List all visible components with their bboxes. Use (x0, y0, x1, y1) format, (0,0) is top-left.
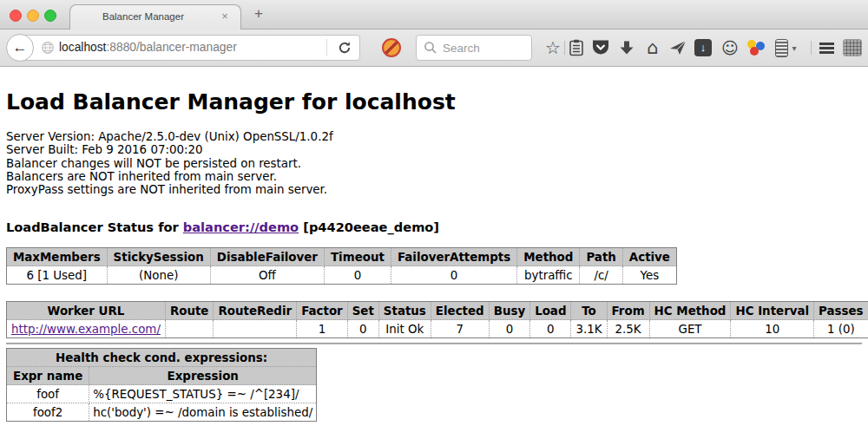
bookmark-star-icon[interactable]: ☆ (542, 37, 563, 58)
table-header-cell: Route (165, 302, 214, 320)
loadbalancer-status-heading: LoadBalancer Status for balancer://demo … (6, 220, 862, 234)
table-header-cell: RouteRedir (214, 302, 297, 320)
table-header-cell: Factor (297, 302, 348, 320)
window-zoom-button[interactable] (44, 10, 56, 22)
health-table-title: Health check cond. expressions: (7, 349, 317, 367)
send-tab-icon[interactable] (667, 37, 688, 58)
bookmarks-list-icon[interactable] (566, 37, 587, 58)
search-icon (424, 41, 437, 58)
table-cell: 7 (431, 320, 489, 338)
table-cell: 1 (0) (814, 320, 868, 338)
table-row: foof2 hc('body') =~ /domain is establish… (7, 403, 317, 422)
pocket-icon[interactable] (590, 37, 611, 58)
info-line-inherit: Balancers are NOT inherited from main se… (6, 170, 862, 183)
url-text[interactable]: localhost:8880/balancer-manager (59, 41, 237, 54)
video-downloadhelper-icon[interactable] (746, 37, 766, 58)
window-close-button[interactable] (10, 10, 22, 22)
table-header-cell: Passes (814, 302, 868, 320)
extension-dropdown-caret-icon[interactable]: ▾ (788, 37, 800, 58)
table-cell: (None) (107, 266, 210, 285)
table-header-cell: To (571, 302, 607, 320)
tab-balancer-manager[interactable]: Balancer Manager × (69, 4, 241, 29)
table-header-cell: Load (530, 302, 571, 320)
table-row: 6 [1 Used] (None) Off 0 0 bytraffic /c/ … (7, 266, 677, 285)
window-minimize-button[interactable] (27, 10, 39, 22)
table-header-cell: Busy (489, 302, 529, 320)
chat-extension-icon[interactable]: ☺ (720, 37, 740, 58)
back-button[interactable]: ← (6, 34, 34, 62)
table-cell: 0 (489, 320, 529, 338)
info-line-proxypass: ProxyPass settings are NOT inherited fro… (6, 183, 862, 196)
browser-window: Balancer Manager × + localhost:8880/bala… (0, 0, 868, 426)
table-header-cell: From (607, 302, 649, 320)
table-cell: GET (649, 320, 731, 338)
menu-icon[interactable] (816, 37, 837, 58)
table-cell: Init Ok (378, 320, 431, 338)
downloads-icon[interactable] (616, 37, 637, 58)
info-line-server-version: Server Version: Apache/2.5.0-dev (Unix) … (6, 130, 862, 143)
health-check-table: Health check cond. expressions: Expr nam… (6, 348, 317, 422)
horizontal-rule (6, 343, 862, 345)
table-header-cell: HC Interval (731, 302, 814, 320)
table-header-cell: Timeout (324, 248, 391, 266)
server-info: Server Version: Apache/2.5.0-dev (Unix) … (6, 130, 862, 196)
table-header-cell: MaxMembers (7, 248, 108, 266)
toolbar-divider (564, 41, 565, 55)
blocked-plugin-icon[interactable] (382, 38, 401, 57)
site-globe-icon (41, 41, 55, 58)
red-ball-icon (750, 47, 759, 56)
expr-name-cell: foof (7, 385, 89, 403)
home-icon[interactable]: ⌂ (642, 37, 663, 58)
table-header-row: MaxMembers StickySession DisableFailover… (7, 248, 677, 266)
table-header-cell: Active (622, 248, 676, 266)
search-input[interactable] (441, 36, 529, 59)
table-row: foof %{REQUEST_STATUS} =~ /^[234]/ (7, 385, 317, 403)
table-cell: 2.5K (607, 320, 649, 338)
urlbar-divider (326, 39, 327, 56)
table-cell: 0 (324, 266, 391, 285)
table-cell: 1 (297, 320, 348, 338)
worker-url-cell: http://www.example.com/ (7, 320, 166, 338)
table-cell: 0 (347, 320, 378, 338)
url-bar[interactable]: localhost:8880/balancer-manager (18, 35, 360, 61)
tab-title: Balancer Manager (70, 11, 216, 22)
table-header-cell: Method (517, 248, 580, 266)
toolbar-divider (811, 41, 812, 55)
worker-status-table: Worker URL Route RouteRedir Factor Set S… (6, 301, 868, 338)
table-header-cell: Set (347, 302, 378, 320)
table-header-cell: FailoverAttempts (391, 248, 516, 266)
table-header-row: Health check cond. expressions: (7, 349, 317, 367)
table-header-cell: HC Method (649, 302, 731, 320)
table-header-cell: Expr name (7, 367, 89, 385)
table-header-cell: Expression (89, 367, 317, 385)
tab-close-icon[interactable]: × (218, 10, 232, 23)
table-cell: 0 (391, 266, 516, 285)
table-cell: Off (210, 266, 324, 285)
table-cell (214, 320, 297, 338)
table-cell: 10 (731, 320, 814, 338)
info-line-server-built: Server Built: Feb 9 2016 07:00:20 (6, 143, 862, 156)
table-header-row: Expr name Expression (7, 367, 317, 385)
info-line-persist: Balancer changes will NOT be persisted o… (6, 157, 862, 170)
table-header-row: Worker URL Route RouteRedir Factor Set S… (7, 302, 868, 320)
table-row: http://www.example.com/ 1 0 Init Ok 7 0 … (7, 320, 868, 338)
titlebar: Balancer Manager × + (0, 0, 868, 29)
table-cell: bytraffic (517, 266, 580, 285)
table-cell: Yes (622, 266, 676, 285)
page-title: Load Balancer Manager for localhost (6, 89, 862, 115)
table-cell: 0 (530, 320, 571, 338)
table-cell: 6 [1 Used] (7, 266, 108, 285)
download-extension-icon[interactable]: ↓ (693, 37, 713, 58)
new-tab-button[interactable]: + (250, 5, 267, 23)
keyboard-extension-icon[interactable] (842, 37, 863, 58)
reload-icon[interactable] (338, 41, 352, 58)
table-header-cell: Elected (431, 302, 489, 320)
table-cell (165, 320, 214, 338)
balancer-demo-link[interactable]: balancer://demo (183, 220, 299, 234)
navigation-toolbar: localhost:8880/balancer-manager ← ☆ (0, 29, 868, 67)
table-header-cell: Status (378, 302, 431, 320)
table-header-cell: Path (580, 248, 622, 266)
table-header-cell: Worker URL (7, 302, 166, 320)
worker-url-link[interactable]: http://www.example.com/ (11, 323, 161, 336)
search-bar[interactable] (416, 35, 532, 61)
